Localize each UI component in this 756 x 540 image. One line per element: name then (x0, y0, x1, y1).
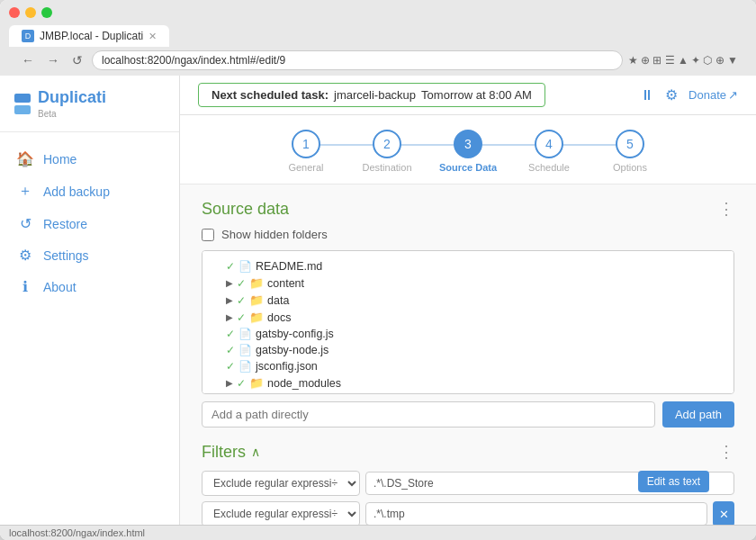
show-hidden-row: Show hidden folders (202, 228, 734, 241)
filters-title[interactable]: Filters ∧ (202, 443, 260, 462)
logo-text-area: Duplicati Beta (38, 88, 106, 119)
step-label-4: Schedule (528, 162, 570, 173)
filter-remove-button-2[interactable]: ✕ (713, 501, 734, 525)
check-icon: ✓ (226, 328, 235, 340)
logo-square-top (14, 94, 31, 103)
source-data-header: Source data ⋮ (202, 199, 734, 219)
show-hidden-checkbox[interactable] (202, 229, 214, 241)
maximize-dot[interactable] (41, 7, 52, 18)
back-button[interactable]: ← (18, 51, 38, 69)
browser-titlebar: D JMBP.local - Duplicati ✕ ← → ↺ ★ ⊕ ⊞ ☰… (0, 0, 756, 76)
expand-icon[interactable]: ▶ (226, 278, 233, 288)
nav-label-home: Home (43, 152, 76, 166)
check-icon: ✓ (226, 393, 235, 394)
nav-label-about: About (43, 280, 76, 294)
add-path-input[interactable] (202, 401, 655, 428)
folder-icon: 📁 (249, 376, 264, 390)
wizard-step-1[interactable]: 1 General (266, 130, 346, 173)
filters-label: Filters (202, 443, 246, 462)
file-name: README.md (256, 260, 322, 273)
minimize-dot[interactable] (25, 7, 36, 18)
refresh-button[interactable]: ↺ (68, 51, 86, 69)
filter-row-1: Exclude regular expressi÷ Edit as text (202, 471, 734, 496)
nav-label-settings: Settings (43, 248, 89, 263)
add-path-button[interactable]: Add path (662, 401, 734, 428)
forward-button[interactable]: → (43, 51, 63, 69)
folder-name: docs (267, 311, 291, 324)
sidebar-item-restore[interactable]: ↺ Restore (0, 208, 179, 239)
pause-button[interactable]: ⏸ (640, 87, 654, 104)
step-label-3: Source Data (439, 162, 497, 173)
wizard-step-2[interactable]: 2 Destination (346, 130, 428, 173)
wizard-step-4[interactable]: 4 Schedule (508, 130, 590, 173)
folder-icon: 📁 (249, 310, 264, 324)
active-tab[interactable]: D JMBP.local - Duplicati ✕ (9, 25, 169, 47)
wizard-step-3[interactable]: 3 Source Data (428, 130, 508, 173)
expand-icon[interactable]: ▶ (226, 312, 233, 322)
folder-icon: 📁 (249, 293, 264, 307)
check-icon: ✓ (226, 344, 235, 356)
tree-item: ✓ 📄 package-lock.json (212, 392, 724, 394)
sidebar-nav: 🏠 Home ＋ Add backup ↺ Restore ⚙ Settings… (0, 132, 179, 313)
tab-favicon: D (22, 30, 34, 42)
edit-as-text-button[interactable]: Edit as text (638, 471, 709, 492)
tree-item: ✓ 📄 gatsby-node.js (212, 342, 724, 358)
address-icons: ★ ⊕ ⊞ ☰ ▲ ✦ ⬡ ⊕ ▼ (628, 54, 738, 67)
task-name: jmarceli-backup (334, 88, 416, 102)
main-content: Next scheduled task: jmarceli-backup Tom… (180, 76, 756, 525)
info-icon: ℹ (16, 278, 34, 295)
filter-type-1[interactable]: Exclude regular expressi÷ (202, 471, 360, 496)
tree-item: ▶ ✓ 📁 docs (212, 309, 724, 326)
logo-beta: Beta (38, 109, 106, 119)
sidebar-item-add-backup[interactable]: ＋ Add backup (0, 175, 179, 208)
step-circle-3: 3 (454, 130, 482, 158)
sidebar-item-settings[interactable]: ⚙ Settings (0, 239, 179, 271)
file-tree[interactable]: ✓ 📄 README.md ▶ ✓ 📁 content ▶ ✓ 📁 (202, 250, 734, 394)
file-icon: 📄 (238, 328, 252, 340)
donate-button[interactable]: Donate ↗ (688, 88, 738, 102)
filter-row-2: Exclude regular expressi÷ ✕ (202, 501, 734, 525)
check-icon: ✓ (226, 360, 235, 373)
cog-button[interactable]: ⚙ (665, 86, 678, 104)
filters-menu-icon[interactable]: ⋮ (718, 442, 734, 462)
section-menu-icon[interactable]: ⋮ (718, 199, 734, 219)
status-url: localhost:8200/ngax/index.html (9, 527, 145, 538)
page-content: Source data ⋮ Show hidden folders ✓ 📄 RE… (180, 184, 756, 525)
step-circle-2: 2 (373, 130, 401, 158)
sidebar: Duplicati Beta 🏠 Home ＋ Add backup ↺ Res… (0, 76, 180, 525)
browser-window: D JMBP.local - Duplicati ✕ ← → ↺ ★ ⊕ ⊞ ☰… (0, 0, 756, 540)
file-icon: 📄 (238, 360, 252, 373)
tab-bar: D JMBP.local - Duplicati ✕ (9, 25, 747, 47)
source-data-title: Source data (202, 200, 289, 219)
check-icon: ✓ (237, 277, 246, 290)
logo-icon (14, 94, 31, 114)
step-label-5: Options (613, 162, 647, 173)
logo-square-bottom (14, 105, 31, 114)
tree-item: ▶ ✓ 📁 data (212, 292, 724, 309)
filter-type-2[interactable]: Exclude regular expressi÷ (202, 501, 360, 525)
folder-name: data (267, 294, 289, 307)
check-icon: ✓ (237, 294, 246, 307)
step-circle-4: 4 (535, 130, 563, 158)
tab-close-icon[interactable]: ✕ (148, 31, 157, 42)
file-name: gatsby-node.js (256, 344, 328, 356)
tree-item: ▶ ✓ 📁 content (212, 274, 724, 292)
expand-icon[interactable]: ▶ (226, 378, 233, 388)
check-icon: ✓ (237, 377, 246, 390)
sidebar-item-home[interactable]: 🏠 Home (0, 143, 179, 175)
wizard-step-5[interactable]: 5 Options (590, 130, 670, 173)
expand-icon[interactable]: ▶ (226, 295, 233, 305)
close-dot[interactable] (9, 7, 20, 18)
show-hidden-label: Show hidden folders (221, 228, 328, 241)
filter-value-2[interactable] (365, 502, 707, 525)
restore-icon: ↺ (16, 215, 34, 232)
file-name: gatsby-config.js (256, 328, 334, 340)
step-circle-1: 1 (292, 130, 320, 158)
sidebar-item-about[interactable]: ℹ About (0, 271, 179, 302)
step-circle-5: 5 (616, 130, 644, 158)
address-bar: ← → ↺ ★ ⊕ ⊞ ☰ ▲ ✦ ⬡ ⊕ ▼ (9, 47, 747, 76)
folder-name: content (267, 277, 304, 290)
nav-label-restore: Restore (43, 217, 87, 231)
file-icon: 📄 (238, 260, 252, 273)
address-input[interactable] (92, 50, 623, 70)
